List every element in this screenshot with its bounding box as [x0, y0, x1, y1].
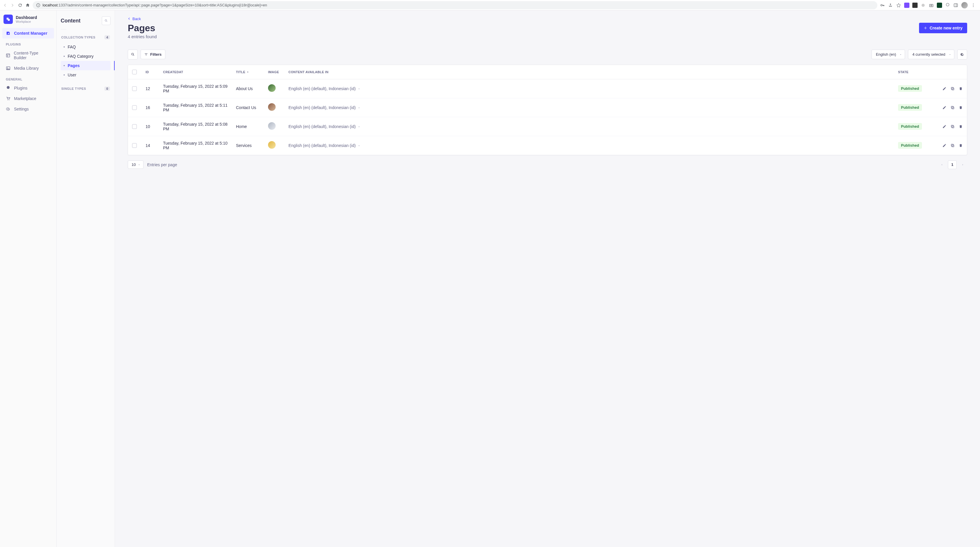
col-image[interactable]: Image [264, 65, 285, 79]
back-link[interactable]: Back [128, 17, 141, 21]
row-checkbox[interactable] [132, 105, 137, 110]
nav-forward-icon[interactable] [10, 3, 15, 8]
chevron-down-icon [358, 124, 360, 129]
content-search-button[interactable] [102, 16, 111, 25]
trash-icon[interactable] [959, 87, 963, 91]
trash-icon[interactable] [959, 105, 963, 110]
collection-type-item[interactable]: Pages [60, 61, 111, 70]
svg-rect-27 [952, 126, 954, 128]
cell-id: 12 [142, 79, 159, 98]
col-createdat[interactable]: CreatedAt [159, 65, 232, 79]
reload-icon[interactable] [18, 3, 23, 8]
image-icon [6, 66, 11, 70]
collection-type-label: User [68, 73, 76, 77]
svg-point-18 [9, 100, 10, 100]
address-url: localhost:1337/admin/content-manager/col… [43, 3, 267, 7]
extension-icon[interactable] [904, 3, 909, 8]
edit-icon[interactable] [942, 143, 947, 148]
cell-locales[interactable]: English (en) (default), Indonesian (id) [288, 86, 360, 91]
brand[interactable]: Dashboard Workplace [2, 13, 54, 28]
entries-table: ID CreatedAt Title Image Content availab… [128, 65, 967, 155]
extension-icon[interactable] [912, 3, 918, 8]
svg-point-17 [8, 100, 8, 100]
home-icon[interactable] [25, 3, 30, 8]
cell-title: Services [232, 136, 264, 155]
columns-select[interactable]: 4 currently selected [908, 49, 955, 59]
collection-type-label: Pages [68, 63, 80, 68]
table-settings-button[interactable] [957, 49, 967, 59]
layout-icon [6, 53, 10, 58]
gear-icon [960, 52, 964, 57]
filters-button[interactable]: Filters [141, 49, 165, 59]
address-bar[interactable]: localhost:1337/admin/content-manager/col… [33, 1, 877, 10]
search-icon [104, 19, 108, 22]
row-checkbox[interactable] [132, 143, 137, 148]
camera-icon[interactable] [929, 3, 934, 8]
cell-createdat: Tuesday, February 15, 2022 at 5:08 PM [159, 117, 232, 136]
state-badge: Published [898, 123, 922, 130]
svg-rect-12 [6, 54, 10, 57]
locale-select[interactable]: English (en) [872, 49, 905, 59]
collection-type-item[interactable]: User [60, 70, 111, 80]
cell-createdat: Tuesday, February 15, 2022 at 5:11 PM [159, 98, 232, 117]
panel-icon[interactable] [953, 3, 958, 8]
cell-locales[interactable]: English (en) (default), Indonesian (id) [288, 124, 360, 129]
extension-icon[interactable] [921, 3, 926, 8]
cell-title: Home [232, 117, 264, 136]
profile-avatar[interactable] [961, 2, 968, 8]
trash-icon[interactable] [959, 124, 963, 129]
nav-settings[interactable]: Settings [2, 104, 54, 114]
share-icon[interactable] [888, 3, 893, 8]
table-row[interactable]: 10 Tuesday, February 15, 2022 at 5:08 PM… [128, 117, 967, 136]
search-button[interactable] [128, 49, 138, 59]
nav-label: Marketplace [14, 96, 36, 101]
nav-media-library[interactable]: Media Library [2, 63, 54, 73]
sort-asc-icon [247, 70, 249, 73]
row-checkbox[interactable] [132, 124, 137, 129]
nav-label: Content-Type Builder [14, 51, 51, 60]
table-row[interactable]: 14 Tuesday, February 15, 2022 at 5:10 PM… [128, 136, 967, 155]
col-state[interactable]: State [894, 65, 929, 79]
col-title[interactable]: Title [232, 65, 264, 79]
row-checkbox[interactable] [132, 86, 137, 91]
cell-createdat: Tuesday, February 15, 2022 at 5:09 PM [159, 79, 232, 98]
nav-marketplace[interactable]: Marketplace [2, 93, 54, 104]
select-all-checkbox[interactable] [132, 70, 137, 74]
star-icon[interactable] [896, 3, 901, 8]
puzzle-icon [6, 86, 11, 91]
kebab-icon[interactable] [970, 3, 976, 8]
key-icon[interactable] [880, 3, 885, 8]
table-row[interactable]: 12 Tuesday, February 15, 2022 at 5:09 PM… [128, 79, 967, 98]
copy-icon[interactable] [951, 143, 955, 148]
extension-icon[interactable] [937, 3, 942, 8]
page-number[interactable]: 1 [948, 161, 957, 169]
copy-icon[interactable] [951, 124, 955, 129]
create-entry-button[interactable]: Create new entry [919, 23, 967, 33]
collection-type-item[interactable]: FAQ [60, 42, 111, 52]
prev-page-button[interactable] [937, 161, 946, 169]
next-page-button[interactable] [958, 161, 967, 169]
per-page-select[interactable]: 10 [128, 161, 143, 169]
collection-type-item[interactable]: FAQ Category [60, 52, 111, 61]
chevron-down-icon [358, 143, 360, 148]
copy-icon[interactable] [951, 105, 955, 110]
extensions-puzzle-icon[interactable] [945, 3, 950, 8]
cell-locales[interactable]: English (en) (default), Indonesian (id) [288, 143, 360, 148]
nav-content-manager[interactable]: Content Manager [2, 28, 54, 38]
svg-rect-23 [952, 88, 954, 90]
bullet-icon [64, 65, 65, 66]
cell-locales[interactable]: English (en) (default), Indonesian (id) [288, 105, 360, 110]
copy-icon[interactable] [951, 87, 955, 91]
trash-icon[interactable] [959, 143, 963, 148]
edit-icon[interactable] [942, 105, 947, 110]
nav-back-icon[interactable] [2, 3, 8, 8]
table-row[interactable]: 16 Tuesday, February 15, 2022 at 5:11 PM… [128, 98, 967, 117]
edit-icon[interactable] [942, 124, 947, 129]
nav-content-type-builder[interactable]: Content-Type Builder [2, 48, 54, 63]
col-id[interactable]: ID [142, 65, 159, 79]
nav-plugins[interactable]: Plugins [2, 83, 54, 93]
site-info-icon[interactable] [36, 3, 41, 8]
cell-title: About Us [232, 79, 264, 98]
edit-icon[interactable] [942, 87, 947, 91]
col-content-available[interactable]: Content available in [285, 65, 894, 79]
